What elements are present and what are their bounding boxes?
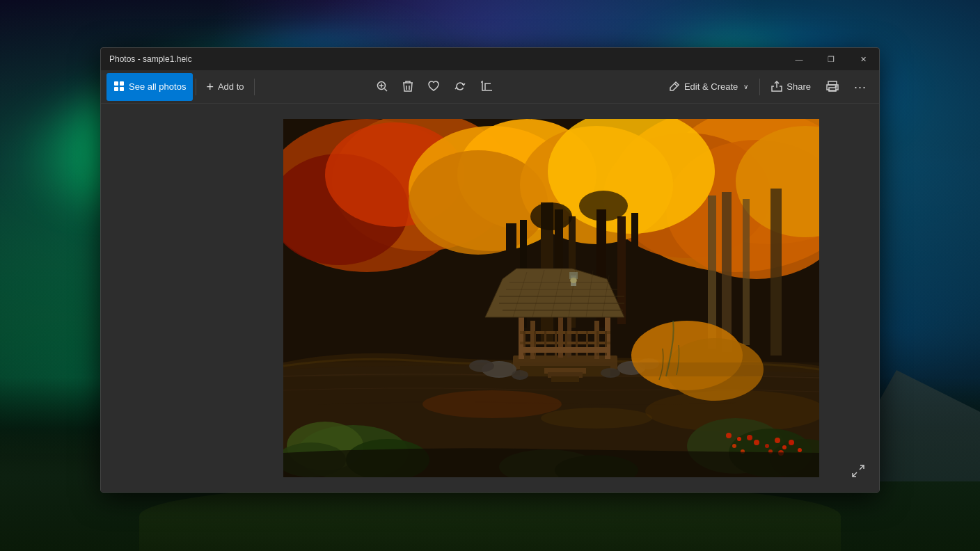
crop-button[interactable] (473, 73, 500, 101)
edit-create-label: Edit & Create (684, 81, 738, 92)
photo-area (223, 104, 879, 492)
svg-line-5 (384, 88, 387, 91)
photo-svg (283, 119, 819, 477)
see-all-photos-label: See all photos (129, 81, 186, 92)
svg-point-103 (789, 440, 794, 445)
svg-rect-0 (114, 81, 118, 86)
share-button[interactable]: Share (764, 73, 818, 101)
title-bar: Photos - sample1.heic — ❐ ✕ (101, 48, 879, 70)
fullscreen-button[interactable] (848, 461, 868, 481)
svg-line-10 (674, 83, 677, 86)
svg-rect-40 (770, 189, 782, 356)
svg-point-115 (570, 278, 577, 283)
svg-rect-12 (829, 88, 836, 90)
svg-line-117 (853, 472, 857, 477)
add-icon: + (206, 81, 214, 93)
title-bar-controls: — ❐ ✕ (783, 48, 879, 70)
svg-rect-38 (722, 192, 732, 352)
svg-rect-2 (114, 87, 118, 91)
separator-2 (254, 79, 255, 95)
chevron-down-icon: ∨ (743, 83, 748, 90)
svg-point-102 (782, 445, 787, 449)
svg-point-107 (798, 448, 802, 452)
rotate-button[interactable] (447, 73, 473, 101)
svg-rect-50 (551, 376, 579, 382)
favorite-button[interactable] (420, 73, 447, 101)
svg-rect-36 (631, 213, 638, 324)
rotate-icon (454, 80, 466, 94)
svg-rect-51 (519, 317, 524, 359)
minimize-button[interactable]: — (783, 48, 815, 70)
separator-1 (196, 79, 196, 95)
toolbar-right: Edit & Create ∨ Share (662, 73, 874, 101)
close-button[interactable]: ✕ (847, 48, 879, 70)
svg-point-98 (732, 444, 736, 448)
heart-icon (427, 81, 440, 93)
print-button[interactable] (819, 73, 846, 101)
delete-button[interactable] (395, 73, 420, 101)
zoom-in-button[interactable] (369, 73, 395, 101)
delete-icon (402, 80, 413, 94)
sidebar (101, 104, 223, 492)
svg-point-100 (765, 444, 769, 448)
see-all-photos-button[interactable]: See all photos (106, 73, 193, 101)
app-window: Photos - sample1.heic — ❐ ✕ See all phot… (100, 47, 880, 493)
share-icon (771, 81, 782, 93)
svg-rect-112 (283, 362, 819, 376)
svg-point-97 (747, 435, 752, 440)
svg-point-41 (530, 202, 572, 230)
svg-rect-3 (120, 87, 124, 91)
svg-point-13 (835, 86, 837, 87)
svg-point-96 (737, 437, 741, 441)
svg-point-45 (541, 408, 652, 429)
svg-point-44 (422, 390, 562, 418)
svg-line-116 (860, 465, 864, 470)
add-to-label: Add to (218, 81, 244, 92)
window-title: Photos - sample1.heic (109, 54, 192, 64)
content-area (101, 104, 879, 492)
svg-rect-39 (743, 199, 750, 345)
zoom-in-icon (376, 80, 388, 94)
photo-display (283, 119, 819, 477)
svg-point-42 (579, 191, 628, 221)
see-all-photos-icon (113, 81, 125, 93)
edit-create-button[interactable]: Edit & Create ∨ (662, 73, 755, 101)
edit-create-icon (669, 81, 680, 93)
add-to-button[interactable]: + Add to (199, 73, 251, 101)
share-label: Share (787, 81, 811, 92)
separator-3 (759, 79, 760, 95)
print-icon (826, 81, 839, 93)
svg-point-99 (754, 440, 759, 445)
svg-rect-1 (120, 81, 124, 86)
more-icon: ··· (854, 81, 867, 93)
svg-rect-81 (523, 347, 607, 353)
svg-point-101 (775, 438, 780, 443)
svg-point-95 (726, 433, 732, 438)
toolbar: See all photos + Add to (101, 70, 879, 104)
crop-icon (480, 80, 493, 94)
more-button[interactable]: ··· (847, 73, 874, 101)
maximize-button[interactable]: ❐ (815, 48, 847, 70)
